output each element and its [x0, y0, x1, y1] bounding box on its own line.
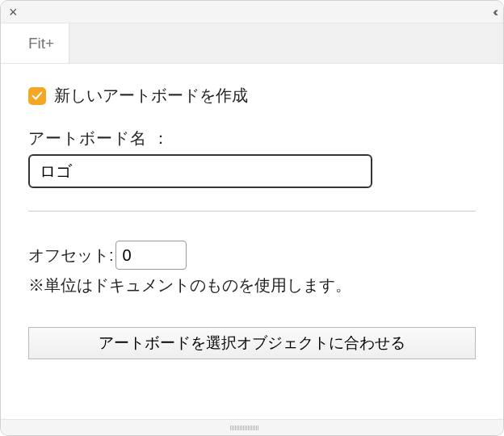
offset-label: オフセット: — [28, 245, 114, 266]
tab-lead — [1, 23, 14, 63]
panel: × ‹‹ Fit+ 新しいアートボードを作成 アートボード名 ： オフセット: … — [0, 0, 504, 436]
create-artboard-row: 新しいアートボードを作成 — [28, 85, 476, 107]
fit-artboard-button-label: アートボードを選択オブジェクトに合わせる — [99, 333, 405, 354]
titlebar: × ‹‹ — [1, 1, 503, 23]
tab-row: Fit+ — [1, 23, 503, 64]
tab-label: Fit+ — [28, 35, 54, 52]
footer — [1, 419, 503, 435]
unit-note: ※単位はドキュメントのものを使用します。 — [28, 275, 476, 296]
artboard-name-label: アートボード名 ： — [28, 128, 476, 149]
create-artboard-checkbox[interactable] — [28, 87, 46, 105]
tab-fitplus[interactable]: Fit+ — [14, 23, 69, 63]
create-artboard-label: 新しいアートボードを作成 — [54, 85, 248, 107]
artboard-name-input[interactable] — [28, 154, 372, 188]
separator — [28, 211, 476, 212]
offset-row: オフセット: — [28, 241, 476, 270]
content: 新しいアートボードを作成 アートボード名 ： オフセット: ※単位はドキュメント… — [1, 64, 503, 359]
close-icon[interactable]: × — [9, 5, 18, 19]
check-icon — [32, 90, 43, 102]
fit-artboard-button[interactable]: アートボードを選択オブジェクトに合わせる — [28, 327, 476, 359]
resize-grip-icon[interactable] — [230, 426, 274, 430]
collapse-icon[interactable]: ‹‹ — [493, 5, 495, 19]
offset-input[interactable] — [116, 241, 187, 270]
